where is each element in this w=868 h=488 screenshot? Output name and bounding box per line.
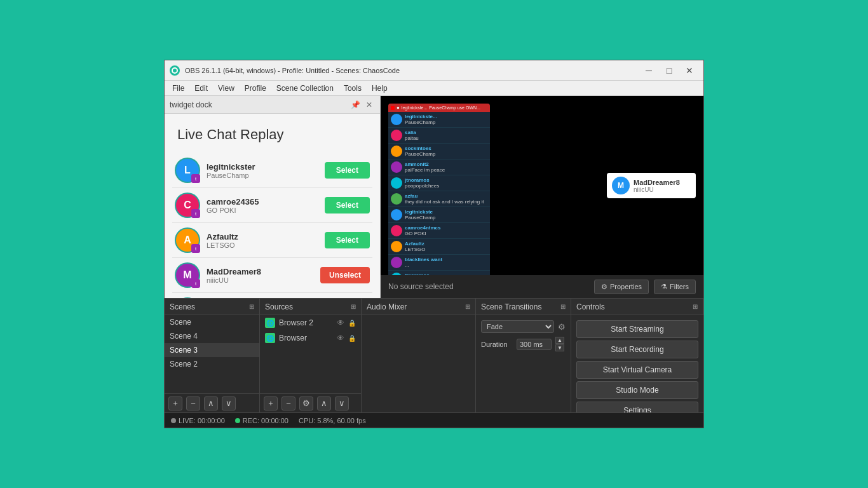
scene-item-active[interactable]: Scene 3 — [165, 343, 259, 357]
scene-transitions-panel: Fade ⚙ Duration ▲ ▼ — [476, 315, 571, 412]
avatar: L t — [175, 158, 200, 183]
eye-icon[interactable]: 👁 — [337, 318, 344, 327]
menu-scene-collection[interactable]: Scene Collection — [271, 83, 339, 94]
lock-icon[interactable]: 🔒 — [348, 320, 356, 327]
title-bar: OBS 26.1.1 (64-bit, windows) - Profile: … — [165, 60, 703, 81]
audio-mixer-panel — [362, 315, 476, 412]
live-chat-title: Live Chat Replay — [165, 119, 380, 153]
start-virtual-camera-button[interactable]: Start Virtual Camera — [576, 361, 698, 379]
preview-area: ● legitnickste... PauseChamp use OWN... … — [381, 96, 703, 298]
remove-scene-button[interactable]: − — [186, 396, 200, 410]
duration-down-button[interactable]: ▼ — [555, 344, 564, 351]
lock-icon[interactable]: 🔒 — [348, 335, 356, 342]
preview-chat-row: legitnickste PauseChamp — [388, 207, 490, 223]
window-title: OBS 26.1.1 (64-bit, windows) - Profile: … — [185, 67, 640, 74]
preview-chat-row: blacklines want ... — [388, 255, 490, 271]
close-button[interactable]: ✕ — [681, 64, 698, 77]
gear-icon: ⚙ — [601, 283, 607, 291]
duration-up-button[interactable]: ▲ — [555, 337, 564, 344]
menu-edit[interactable]: Edit — [189, 83, 213, 94]
scene-item[interactable]: Scene — [165, 315, 259, 329]
live-chat-content: Live Chat Replay L t legitnickster Pause… — [165, 114, 380, 298]
avatar: C t — [175, 193, 200, 218]
list-item: J t jinxmyman PAGGING Select — [172, 293, 372, 298]
move-source-down-button[interactable]: ∨ — [335, 396, 349, 410]
list-item: M t MadDreamer8 niiicUU Unselect — [172, 258, 372, 293]
selected-user-box: M MadDreamer8 niiicUU — [607, 173, 696, 198]
user-message: niiicUU — [207, 276, 320, 284]
eye-icon[interactable]: 👁 — [337, 334, 344, 342]
maximize-button[interactable]: □ — [660, 64, 678, 77]
studio-mode-button[interactable]: Studio Mode — [576, 381, 698, 399]
preview-chat-overlay: ● legitnickste... PauseChamp use OWN... … — [388, 104, 490, 275]
sources-panel-header: Sources ⊞ — [260, 299, 362, 315]
source-settings-button[interactable]: ⚙ — [299, 396, 313, 410]
settings-button[interactable]: Settings — [576, 402, 698, 412]
scene-trans-panel-header: Scene Transitions ⊞ — [476, 299, 571, 315]
live-status: LIVE: 00:00:00 — [171, 417, 225, 424]
user-message: GO POKI — [207, 207, 325, 214]
source-item[interactable]: 🌐 Browser 2 👁 🔒 — [260, 315, 361, 330]
start-recording-button[interactable]: Start Recording — [576, 341, 698, 358]
add-scene-button[interactable]: + — [168, 396, 182, 410]
trans-header-label: Scene Transitions — [481, 302, 541, 311]
preview-chat-row: jtnoramos modules — [388, 271, 490, 275]
user-info: Azfaultz LETSGO — [207, 232, 325, 249]
trans-header-icon: ⊞ — [560, 303, 566, 310]
move-source-up-button[interactable]: ∧ — [317, 396, 331, 410]
preview-canvas: ● legitnickste... PauseChamp use OWN... … — [381, 96, 703, 275]
source-info-bar: No source selected ⚙ Properties ⚗ Filter… — [381, 275, 703, 298]
filters-label: Filters — [670, 283, 689, 290]
chat-user-list[interactable]: L t legitnickster PauseChamp Select C — [165, 153, 380, 298]
menu-bar: File Edit View Profile Scene Collection … — [165, 81, 703, 96]
remove-source-button[interactable]: − — [281, 396, 295, 410]
duration-label: Duration — [481, 341, 513, 348]
twidget-close-button[interactable]: ✕ — [363, 99, 375, 111]
scenes-header-label: Scenes — [170, 302, 195, 311]
menu-profile[interactable]: Profile — [240, 83, 271, 94]
selected-name: MadDreamer8 — [634, 179, 680, 186]
transition-gear-icon[interactable]: ⚙ — [558, 322, 566, 332]
menu-help[interactable]: Help — [367, 83, 393, 94]
twidget-controls: 📌 ✕ — [349, 99, 375, 111]
scenes-panel: Scene Scene 4 Scene 3 Scene 2 + − ∧ ∨ — [165, 315, 260, 412]
controls-header-label: Controls — [576, 302, 605, 311]
select-button[interactable]: Select — [325, 197, 370, 214]
preview-chat-row: azfau they did not ask and I was relying… — [388, 191, 490, 207]
browser-icon: 🌐 — [265, 318, 275, 328]
twidget-dock: twidget dock 📌 ✕ Live Chat Replay L t — [165, 96, 381, 298]
preview-chat-row: legitnickste... PauseChamp — [388, 112, 490, 128]
twidget-pin-button[interactable]: 📌 — [349, 99, 361, 111]
minimize-button[interactable]: ─ — [640, 64, 658, 77]
select-button[interactable]: Select — [325, 162, 370, 179]
platform-badge: t — [191, 209, 200, 218]
menu-view[interactable]: View — [213, 83, 240, 94]
panels-content: Scene Scene 4 Scene 3 Scene 2 + − ∧ ∨ 🌐 — [165, 315, 703, 412]
unselect-button[interactable]: Unselect — [320, 267, 370, 283]
user-info: camroe24365 GO POKI — [207, 197, 325, 214]
selected-avatar: M — [612, 177, 630, 194]
twidget-title: twidget dock — [170, 100, 212, 109]
selected-info: MadDreamer8 niiicUU — [634, 179, 680, 193]
filters-button[interactable]: ⚗ Filters — [654, 280, 696, 294]
list-item: L t legitnickster PauseChamp Select — [172, 153, 372, 188]
move-scene-down-button[interactable]: ∨ — [222, 396, 236, 410]
user-name: camroe24365 — [207, 197, 325, 207]
twidget-header: twidget dock 📌 ✕ — [165, 96, 380, 114]
user-info: MadDreamer8 niiicUU — [207, 267, 320, 284]
scene-item[interactable]: Scene 4 — [165, 329, 259, 343]
move-scene-up-button[interactable]: ∧ — [204, 396, 218, 410]
platform-badge: t — [191, 279, 200, 288]
menu-file[interactable]: File — [167, 83, 189, 94]
scene-item[interactable]: Scene 2 — [165, 357, 259, 371]
platform-badge: t — [191, 244, 200, 253]
list-item: C t camroe24365 GO POKI Select — [172, 188, 372, 223]
properties-button[interactable]: ⚙ Properties — [594, 280, 649, 294]
start-streaming-button[interactable]: Start Streaming — [576, 320, 698, 338]
source-item[interactable]: 🌐 Browser 👁 🔒 — [260, 330, 361, 346]
menu-tools[interactable]: Tools — [339, 83, 367, 94]
transition-type-select[interactable]: Fade — [481, 320, 554, 333]
add-source-button[interactable]: + — [264, 396, 278, 410]
select-button[interactable]: Select — [325, 232, 370, 248]
duration-input[interactable] — [517, 339, 552, 350]
